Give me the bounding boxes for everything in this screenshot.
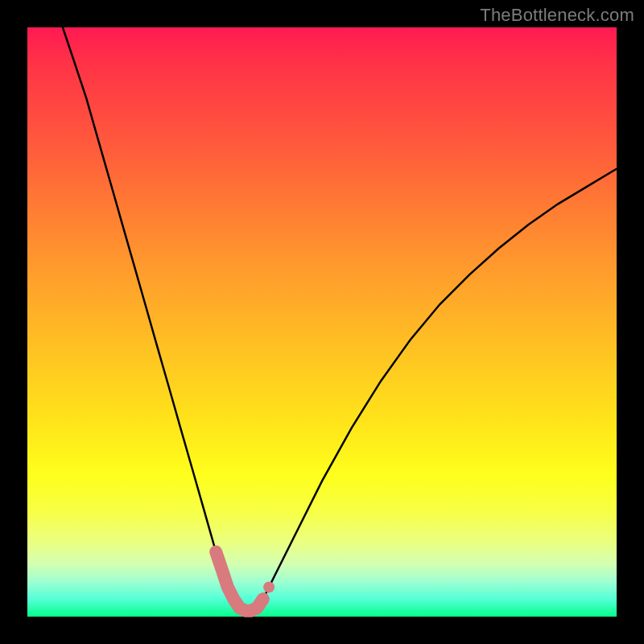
chart-frame: TheBottleneck.com [0,0,644,644]
bottleneck-curve [63,27,617,611]
valley-highlight-dot [263,581,275,592]
plot-area [27,27,617,617]
curve-svg [27,27,617,617]
valley-highlight [216,552,263,611]
watermark-text: TheBottleneck.com [480,5,634,26]
